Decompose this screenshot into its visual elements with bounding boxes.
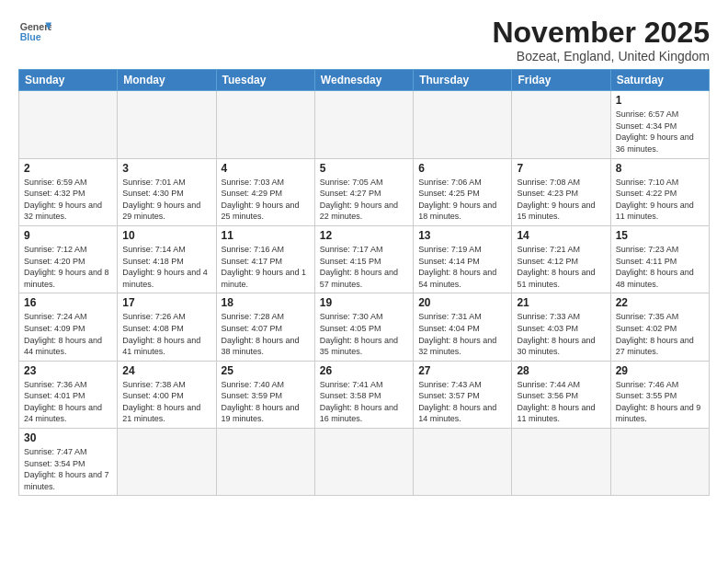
generalblue-logo-icon: General Blue <box>18 17 51 50</box>
day-info: Sunrise: 7:06 AMSunset: 4:25 PMDaylight:… <box>418 177 506 223</box>
logo: General Blue <box>18 17 51 50</box>
day-info: Sunrise: 7:33 AMSunset: 4:03 PMDaylight:… <box>517 311 605 357</box>
weekday-header-friday: Friday <box>512 70 610 91</box>
calendar-cell: 24Sunrise: 7:38 AMSunset: 4:00 PMDayligh… <box>118 361 216 428</box>
day-number: 16 <box>24 296 112 309</box>
calendar-cell <box>512 91 610 158</box>
calendar-cell: 26Sunrise: 7:41 AMSunset: 3:58 PMDayligh… <box>314 361 413 428</box>
calendar-cell: 20Sunrise: 7:31 AMSunset: 4:04 PMDayligh… <box>414 293 512 361</box>
calendar-cell: 4Sunrise: 7:03 AMSunset: 4:29 PMDaylight… <box>216 158 314 225</box>
day-number: 13 <box>418 229 506 242</box>
week-row-2: 2Sunrise: 6:59 AMSunset: 4:32 PMDaylight… <box>19 158 710 225</box>
calendar-cell: 15Sunrise: 7:23 AMSunset: 4:11 PMDayligh… <box>610 225 709 293</box>
calendar-cell: 12Sunrise: 7:17 AMSunset: 4:15 PMDayligh… <box>314 225 413 293</box>
day-number: 15 <box>616 229 704 242</box>
day-info: Sunrise: 7:46 AMSunset: 3:55 PMDaylight:… <box>616 379 704 425</box>
day-number: 23 <box>24 364 112 377</box>
calendar-cell <box>314 429 413 496</box>
calendar-table: SundayMondayTuesdayWednesdayThursdayFrid… <box>18 69 710 496</box>
location-subtitle: Bozeat, England, United Kingdom <box>492 49 710 63</box>
day-number: 2 <box>24 162 112 175</box>
calendar-cell: 10Sunrise: 7:14 AMSunset: 4:18 PMDayligh… <box>118 225 216 293</box>
calendar-cell <box>19 91 118 158</box>
day-number: 4 <box>222 162 310 175</box>
day-number: 25 <box>222 364 310 377</box>
day-info: Sunrise: 7:16 AMSunset: 4:17 PMDaylight:… <box>222 244 310 290</box>
day-info: Sunrise: 7:30 AMSunset: 4:05 PMDaylight:… <box>320 311 408 357</box>
calendar-cell <box>118 429 216 496</box>
day-info: Sunrise: 7:03 AMSunset: 4:29 PMDaylight:… <box>222 177 310 223</box>
day-number: 3 <box>122 162 210 175</box>
calendar-cell <box>216 429 314 496</box>
calendar-cell: 29Sunrise: 7:46 AMSunset: 3:55 PMDayligh… <box>610 361 709 428</box>
calendar-cell: 23Sunrise: 7:36 AMSunset: 4:01 PMDayligh… <box>19 361 118 428</box>
weekday-header-monday: Monday <box>118 70 216 91</box>
calendar-cell: 6Sunrise: 7:06 AMSunset: 4:25 PMDaylight… <box>414 158 512 225</box>
svg-text:General: General <box>20 21 51 32</box>
header: General Blue November 2025 Bozeat, Engla… <box>18 17 710 63</box>
day-number: 1 <box>616 94 704 107</box>
calendar-cell: 28Sunrise: 7:44 AMSunset: 3:56 PMDayligh… <box>512 361 610 428</box>
calendar-cell: 25Sunrise: 7:40 AMSunset: 3:59 PMDayligh… <box>216 361 314 428</box>
day-info: Sunrise: 7:26 AMSunset: 4:08 PMDaylight:… <box>122 311 210 357</box>
day-number: 21 <box>517 296 605 309</box>
weekday-header-sunday: Sunday <box>19 70 118 91</box>
calendar-cell: 13Sunrise: 7:19 AMSunset: 4:14 PMDayligh… <box>414 225 512 293</box>
weekday-header-row: SundayMondayTuesdayWednesdayThursdayFrid… <box>19 70 710 91</box>
calendar-cell: 2Sunrise: 6:59 AMSunset: 4:32 PMDaylight… <box>19 158 118 225</box>
day-info: Sunrise: 7:36 AMSunset: 4:01 PMDaylight:… <box>24 379 112 425</box>
day-info: Sunrise: 7:17 AMSunset: 4:15 PMDaylight:… <box>320 244 408 290</box>
day-number: 30 <box>24 431 112 444</box>
day-info: Sunrise: 6:59 AMSunset: 4:32 PMDaylight:… <box>24 177 112 223</box>
day-info: Sunrise: 7:12 AMSunset: 4:20 PMDaylight:… <box>24 244 112 290</box>
calendar-cell <box>610 429 709 496</box>
day-number: 8 <box>616 162 704 175</box>
day-number: 24 <box>122 364 210 377</box>
day-info: Sunrise: 7:19 AMSunset: 4:14 PMDaylight:… <box>418 244 506 290</box>
day-number: 27 <box>418 364 506 377</box>
day-info: Sunrise: 7:08 AMSunset: 4:23 PMDaylight:… <box>517 177 605 223</box>
day-number: 29 <box>616 364 704 377</box>
calendar-cell <box>314 91 413 158</box>
calendar-cell: 22Sunrise: 7:35 AMSunset: 4:02 PMDayligh… <box>610 293 709 361</box>
day-info: Sunrise: 7:14 AMSunset: 4:18 PMDaylight:… <box>122 244 210 290</box>
day-info: Sunrise: 7:38 AMSunset: 4:00 PMDaylight:… <box>122 379 210 425</box>
day-number: 17 <box>122 296 210 309</box>
calendar-cell: 21Sunrise: 7:33 AMSunset: 4:03 PMDayligh… <box>512 293 610 361</box>
month-title: November 2025 <box>492 17 710 49</box>
day-number: 10 <box>122 229 210 242</box>
day-info: Sunrise: 7:31 AMSunset: 4:04 PMDaylight:… <box>418 311 506 357</box>
day-number: 7 <box>517 162 605 175</box>
week-row-6: 30Sunrise: 7:47 AMSunset: 3:54 PMDayligh… <box>19 429 710 496</box>
calendar-cell: 14Sunrise: 7:21 AMSunset: 4:12 PMDayligh… <box>512 225 610 293</box>
calendar-cell: 11Sunrise: 7:16 AMSunset: 4:17 PMDayligh… <box>216 225 314 293</box>
day-number: 28 <box>517 364 605 377</box>
weekday-header-thursday: Thursday <box>414 70 512 91</box>
day-info: Sunrise: 7:43 AMSunset: 3:57 PMDaylight:… <box>418 379 506 425</box>
day-number: 19 <box>320 296 408 309</box>
day-number: 9 <box>24 229 112 242</box>
weekday-header-saturday: Saturday <box>610 70 709 91</box>
calendar-cell <box>512 429 610 496</box>
day-info: Sunrise: 7:21 AMSunset: 4:12 PMDaylight:… <box>517 244 605 290</box>
calendar-cell <box>216 91 314 158</box>
calendar-cell: 3Sunrise: 7:01 AMSunset: 4:30 PMDaylight… <box>118 158 216 225</box>
calendar-cell: 1Sunrise: 6:57 AMSunset: 4:34 PMDaylight… <box>610 91 709 158</box>
week-row-5: 23Sunrise: 7:36 AMSunset: 4:01 PMDayligh… <box>19 361 710 428</box>
day-info: Sunrise: 7:24 AMSunset: 4:09 PMDaylight:… <box>24 311 112 357</box>
weekday-header-wednesday: Wednesday <box>314 70 413 91</box>
calendar-cell <box>414 429 512 496</box>
calendar-cell: 8Sunrise: 7:10 AMSunset: 4:22 PMDaylight… <box>610 158 709 225</box>
calendar-cell: 9Sunrise: 7:12 AMSunset: 4:20 PMDaylight… <box>19 225 118 293</box>
week-row-4: 16Sunrise: 7:24 AMSunset: 4:09 PMDayligh… <box>19 293 710 361</box>
day-number: 11 <box>222 229 310 242</box>
week-row-1: 1Sunrise: 6:57 AMSunset: 4:34 PMDaylight… <box>19 91 710 158</box>
calendar-cell: 17Sunrise: 7:26 AMSunset: 4:08 PMDayligh… <box>118 293 216 361</box>
day-number: 22 <box>616 296 704 309</box>
day-info: Sunrise: 7:05 AMSunset: 4:27 PMDaylight:… <box>320 177 408 223</box>
calendar-cell <box>118 91 216 158</box>
day-info: Sunrise: 7:01 AMSunset: 4:30 PMDaylight:… <box>122 177 210 223</box>
day-info: Sunrise: 7:23 AMSunset: 4:11 PMDaylight:… <box>616 244 704 290</box>
svg-text:Blue: Blue <box>20 31 41 42</box>
calendar-cell: 5Sunrise: 7:05 AMSunset: 4:27 PMDaylight… <box>314 158 413 225</box>
